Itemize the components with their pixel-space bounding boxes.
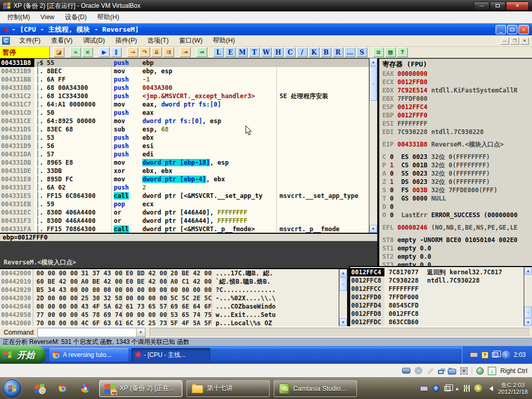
vbox-menu-item[interactable]: View: [35, 11, 60, 23]
vbox-menu-item[interactable]: 帮助(H): [92, 11, 124, 23]
disasm-row[interactable]: 004331B9│.8BECmovebp, esp: [0, 67, 369, 75]
start-orb[interactable]: [3, 379, 21, 398]
mdi-minimize-button[interactable]: —: [500, 37, 509, 45]
dump-row[interactable]: 0044204000 00 00 0043 4F 5A 6261 73 65 5…: [0, 302, 339, 311]
register-line[interactable]: Z 1 DS 0023 32位 0(FFFFFFFF): [382, 178, 532, 186]
scroll-down-button[interactable]: ▼: [369, 225, 377, 233]
stack-row[interactable]: 0012FFD07FFDF000: [350, 293, 524, 301]
log-window-button[interactable]: L: [213, 47, 224, 57]
close-program-button[interactable]: ×: [82, 47, 93, 57]
chrome-quicklaunch-icon[interactable]: [59, 384, 66, 392]
register-line[interactable]: T 0 GS 0000 NULL: [382, 194, 532, 203]
disasm-row[interactable]: 004331F3│.830D 446A4400ordword ptr [446A…: [0, 217, 369, 225]
olly-menu-item[interactable]: 帮助(H): [208, 36, 240, 45]
disasm-row[interactable]: 004331FA│.FF15 70864300calldword ptr [<&…: [0, 225, 369, 233]
register-line[interactable]: ST0 empty -UNORM BCE0 01050104 002E0: [382, 236, 532, 244]
mdi-restore-button[interactable]: ❐: [510, 37, 519, 45]
disasm-row[interactable]: 004331CE│.64:8925 00000movdword ptr fs:[…: [0, 117, 369, 125]
references-window-button[interactable]: R: [332, 47, 343, 57]
register-line[interactable]: O 0 LastErr ERROR_SUCCESS (00000000: [382, 211, 532, 219]
olly-restore-button[interactable]: [507, 25, 517, 34]
xp-task-button[interactable]: A reversing tuto...: [49, 348, 128, 362]
host-key-icon[interactable]: ↓: [488, 367, 496, 375]
scroll-up-button[interactable]: ▲: [524, 267, 532, 275]
register-line[interactable]: ST1 empty 0.0: [382, 244, 532, 252]
stack-scrollbar[interactable]: ▲ ≡ ▼: [524, 266, 532, 326]
stack-row[interactable]: 0012FFD480545CFD: [350, 301, 524, 310]
register-line[interactable]: EIP 004331B8 ReverseM.<模块入口点>: [382, 140, 532, 149]
animate-into-button[interactable]: ⇊: [151, 47, 162, 57]
register-line[interactable]: EFL 00000246 (NO,NB,E,BE,NS,PE,GE,LE: [382, 223, 532, 232]
execute-till-return-button[interactable]: ⇥: [180, 47, 191, 57]
help-tray-icon[interactable]: ?: [433, 385, 440, 392]
scroll-thumb[interactable]: ≡: [524, 307, 532, 318]
patches-window-button[interactable]: /: [297, 47, 308, 57]
xp-clock[interactable]: 2:03: [514, 351, 526, 358]
host-task-button[interactable]: xpXP (备份 2) [正在...: [99, 380, 182, 397]
shared-folder-icon[interactable]: [448, 369, 456, 375]
help-tray-icon[interactable]: ?: [482, 352, 488, 358]
layout-tray-icon[interactable]: [444, 386, 450, 391]
scroll-thumb[interactable]: ≡: [339, 277, 347, 291]
host-task-button[interactable]: Camtasia Studio...: [274, 380, 357, 397]
cpu-window-button[interactable]: C: [285, 47, 296, 57]
scroll-down-button[interactable]: ▼: [339, 318, 347, 326]
tray-expand-icon[interactable]: ▲: [455, 386, 460, 391]
minimize-button[interactable]: —: [474, 2, 489, 10]
info-pane[interactable]: ebp=0012FFF0: [0, 233, 377, 241]
dump-row[interactable]: 00442020B5 34 43 0000 00 00 0000 00 00 0…: [0, 286, 339, 294]
cd-icon[interactable]: [415, 367, 422, 375]
disasm-row[interactable]: 004331E3│.6A 02push2: [0, 183, 369, 192]
register-line[interactable]: A 0 SS 0023 32位 0(FFFFFFFF): [382, 169, 532, 178]
scroll-up-button[interactable]: ▲: [369, 58, 377, 66]
stack-row[interactable]: 0012FFC47C817077返回到 kernel32.7C817: [350, 268, 524, 276]
disasm-row[interactable]: 004331D9│.56pushesi: [0, 142, 369, 150]
log-options-button[interactable]: ≡: [373, 47, 384, 57]
chevron-down-icon[interactable]: ▼: [136, 328, 145, 337]
disasm-row[interactable]: 004331E5│.FF15 6C864300calldword ptr [<&…: [0, 192, 369, 200]
register-line[interactable]: D 0: [382, 203, 532, 211]
scroll-up-button[interactable]: ▲: [339, 269, 347, 277]
disasm-row[interactable]: 004331C2│.68 1C334300push<jmp.&MSVCRT._e…: [0, 92, 369, 100]
help-button[interactable]: ?: [397, 47, 408, 57]
virtualization-icon[interactable]: V: [460, 367, 468, 375]
disasm-row[interactable]: 004331E0│.895D FCmovdword ptr [ebp-4], e…: [0, 175, 369, 183]
breakpoints-window-button[interactable]: B: [321, 47, 331, 57]
hdd-icon[interactable]: [402, 368, 410, 374]
volume-mixer-icon[interactable]: [464, 385, 470, 392]
threads-window-button[interactable]: T: [249, 47, 260, 57]
register-line[interactable]: EDX 7C92E514 ntdll.KiFastSystemCallR: [382, 86, 532, 95]
disasm-row[interactable]: 004331DA│.57pushedi: [0, 150, 369, 158]
executables-window-button[interactable]: E: [225, 47, 236, 57]
antivirus-tray-icon[interactable]: +: [474, 384, 482, 392]
display-icon[interactable]: [438, 370, 444, 374]
disasm-row[interactable]: 004331CD│.50pusheax: [0, 109, 369, 117]
dump-scrollbar[interactable]: ▲ ≡ ▼: [339, 268, 347, 326]
pause-button[interactable]: ∥: [111, 47, 122, 57]
close-button[interactable]: ✕: [506, 2, 529, 10]
disasm-row[interactable]: 004331DE│.33DBxorebx, ebx: [0, 167, 369, 175]
register-line[interactable]: ST3 empty 0.0: [382, 261, 532, 266]
dump-row[interactable]: 0044200000 00 00 0031 37 43 00E0 BD 42 0…: [0, 269, 339, 277]
network-icon[interactable]: [427, 367, 434, 375]
command-input[interactable]: ▼: [37, 328, 145, 337]
olly-menu-item[interactable]: 选项(T): [142, 36, 174, 45]
mdi-close-button[interactable]: ✕: [520, 37, 529, 45]
disasm-row[interactable]: 004331C7│.64:A1 0000000moveax, dword ptr…: [0, 100, 369, 109]
pinwheel-quicklaunch-icon[interactable]: [81, 384, 90, 393]
layout-tray-icon[interactable]: [492, 352, 498, 357]
restart-button[interactable]: «: [70, 47, 81, 57]
dump-row[interactable]: 0044206070 00 00 004C 6F 63 616C 5C 25 7…: [0, 319, 339, 326]
open-file-button[interactable]: ◪: [54, 47, 64, 57]
run-trace-button[interactable]: ...: [344, 47, 355, 57]
disassembly-scrollbar[interactable]: ▲ ≡ ▼: [369, 58, 377, 233]
stack-row[interactable]: 0012FFC87C930228ntdll.7C930228: [350, 276, 524, 285]
dump-row[interactable]: 0044205077 00 00 0045 78 69 7400 00 00 0…: [0, 311, 339, 319]
registers-pane[interactable]: 寄存器 (FPU) EAX 00000000ECX 0012FFB0EDX 7C…: [378, 58, 532, 266]
disasm-row[interactable]: 004331BD│.68 00A34300push0043A300: [0, 84, 369, 92]
appearance-button[interactable]: ▦: [385, 47, 396, 57]
disasm-row[interactable]: 004331EB│.59popecx: [0, 200, 369, 208]
register-line[interactable]: EBP 0012FFF0: [382, 111, 532, 119]
register-line[interactable]: ECX 0012FFB0: [382, 78, 532, 86]
register-line[interactable]: EDI 7C930228 ntdll.7C930228: [382, 128, 532, 136]
